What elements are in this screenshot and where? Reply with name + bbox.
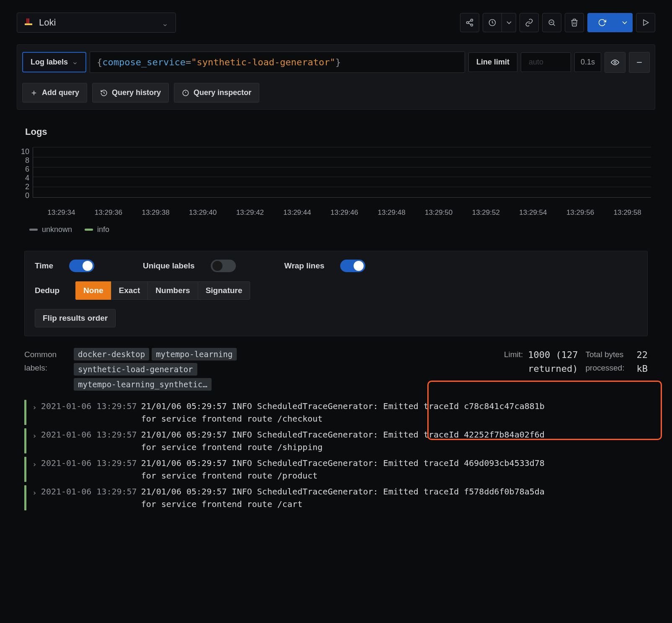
query-input[interactable]: {compose_service="synthetic-load-generat…: [90, 51, 465, 73]
svg-point-0: [471, 19, 473, 21]
query-inspector-label: Query inspector: [194, 88, 251, 97]
add-query-label: Add query: [42, 88, 79, 97]
query-key: compose_service: [102, 57, 186, 67]
dedup-signature[interactable]: Signature: [198, 281, 251, 300]
line-limit-placeholder: auto: [529, 58, 543, 66]
log-options-panel: Time Unique labels Wrap lines Dedup None…: [24, 251, 648, 336]
toolbar: [460, 13, 655, 32]
svg-marker-9: [644, 20, 649, 25]
svg-line-4: [468, 21, 471, 22]
toggle-visibility-button[interactable]: [605, 52, 625, 73]
log-level-bar: [24, 428, 26, 453]
wrap-lines-toggle-label: Wrap lines: [284, 261, 325, 270]
legend-unknown[interactable]: unknown: [29, 225, 72, 234]
time-toggle[interactable]: [69, 260, 94, 272]
svg-point-1: [467, 22, 469, 24]
datasource-name: Loki: [39, 17, 56, 28]
log-timestamp: 2021-01-06 13:29:57: [41, 457, 137, 469]
common-label-chip[interactable]: docker-desktop: [74, 348, 149, 360]
run-query-button[interactable]: [587, 13, 617, 32]
log-row[interactable]: ›2021-01-06 13:29:5721/01/06 05:29:57 IN…: [24, 484, 648, 512]
log-labels-button[interactable]: Log labels: [22, 52, 86, 72]
common-label-chip[interactable]: mytempo-learning_synthetic…: [74, 378, 212, 391]
query-history-label: Query history: [112, 88, 161, 97]
query-editor-panel: Log labels {compose_service="synthetic-l…: [17, 44, 655, 110]
legend-unknown-label: unknown: [42, 225, 72, 234]
legend-info[interactable]: info: [85, 225, 109, 234]
dedup-numbers[interactable]: Numbers: [147, 281, 197, 300]
common-label-chip[interactable]: mytempo-learning: [152, 348, 237, 360]
log-timestamp: 2021-01-06 13:29:57: [41, 428, 137, 441]
query-history-button[interactable]: Query history: [92, 83, 169, 103]
svg-line-3: [468, 23, 471, 24]
log-level-bar: [24, 485, 26, 510]
logs-histogram: 1086420 13:29:3413:29:3613:29:3813:29:40…: [21, 147, 651, 217]
log-timestamp: 2021-01-06 13:29:57: [41, 400, 137, 412]
zoom-out-button[interactable]: [542, 13, 561, 32]
chevron-right-icon: ›: [32, 487, 37, 498]
unique-labels-toggle-label: Unique labels: [143, 261, 195, 270]
log-labels-label: Log labels: [31, 58, 68, 67]
log-row[interactable]: ›2021-01-06 13:29:5721/01/06 05:29:57 IN…: [24, 398, 648, 427]
panel-title: Logs: [25, 126, 655, 137]
log-level-bar: [24, 400, 26, 425]
log-stats-row: Common labels: docker-desktopmytempo-lea…: [17, 348, 655, 398]
flip-results-button[interactable]: Flip results order: [35, 309, 116, 327]
log-message: 21/01/06 05:29:57 INFO ScheduledTraceGen…: [141, 457, 648, 482]
dedup-label: Dedup: [35, 286, 59, 295]
log-list: ›2021-01-06 13:29:5721/01/06 05:29:57 IN…: [17, 398, 655, 512]
log-message: 21/01/06 05:29:57 INFO ScheduledTraceGen…: [141, 400, 648, 425]
chevron-right-icon: ›: [32, 430, 37, 441]
dedup-none[interactable]: None: [75, 281, 111, 300]
dedup-exact[interactable]: Exact: [111, 281, 148, 300]
line-limit-input[interactable]: auto: [521, 52, 571, 72]
query-inspector-button[interactable]: Query inspector: [174, 83, 259, 103]
time-range-button[interactable]: [483, 13, 502, 32]
log-message: 21/01/06 05:29:57 INFO ScheduledTraceGen…: [141, 428, 648, 453]
run-query-dropdown[interactable]: [617, 13, 633, 32]
clear-button[interactable]: [565, 13, 584, 32]
log-timestamp: 2021-01-06 13:29:57: [41, 485, 137, 498]
datasource-picker[interactable]: Loki: [17, 13, 176, 33]
legend-swatch-unknown: [29, 229, 38, 231]
add-query-button[interactable]: Add query: [22, 83, 87, 103]
limit-value: 1000 (127 returned): [528, 348, 578, 376]
share-button[interactable]: [460, 13, 479, 32]
line-limit-label: Line limit: [468, 52, 517, 72]
query-value: "synthetic-load-generator": [191, 57, 335, 67]
common-labels-label: Common labels:: [24, 348, 66, 375]
log-row[interactable]: ›2021-01-06 13:29:5721/01/06 05:29:57 IN…: [24, 455, 648, 484]
limit-label: Limit:: [504, 348, 523, 361]
chevron-down-icon: [162, 20, 168, 26]
log-row[interactable]: ›2021-01-06 13:29:5721/01/06 05:29:57 IN…: [24, 427, 648, 455]
legend-info-label: info: [97, 225, 109, 234]
unique-labels-toggle[interactable]: [211, 260, 236, 272]
time-toggle-label: Time: [35, 261, 53, 270]
log-level-bar: [24, 457, 26, 482]
bytes-value: 22 kB: [637, 348, 648, 376]
log-message: 21/01/06 05:29:57 INFO ScheduledTraceGen…: [141, 485, 648, 510]
copy-link-button[interactable]: [520, 13, 539, 32]
time-range-dropdown[interactable]: [502, 13, 516, 32]
wrap-lines-toggle[interactable]: [340, 260, 365, 272]
chevron-down-icon: [72, 59, 78, 65]
loki-icon: [25, 18, 33, 27]
bytes-label: Total bytes processed:: [586, 348, 632, 375]
live-tail-button[interactable]: [636, 13, 655, 32]
svg-line-7: [553, 24, 555, 26]
chevron-right-icon: ›: [32, 402, 37, 413]
chart-legend: unknown info: [29, 225, 655, 234]
common-label-chip[interactable]: synthetic-load-generator: [74, 363, 197, 376]
query-timing: 0.1s: [574, 52, 601, 72]
svg-point-10: [614, 61, 616, 63]
remove-query-button[interactable]: [629, 52, 650, 73]
svg-point-2: [471, 24, 473, 26]
chevron-right-icon: ›: [32, 458, 37, 470]
legend-swatch-info: [85, 229, 93, 231]
